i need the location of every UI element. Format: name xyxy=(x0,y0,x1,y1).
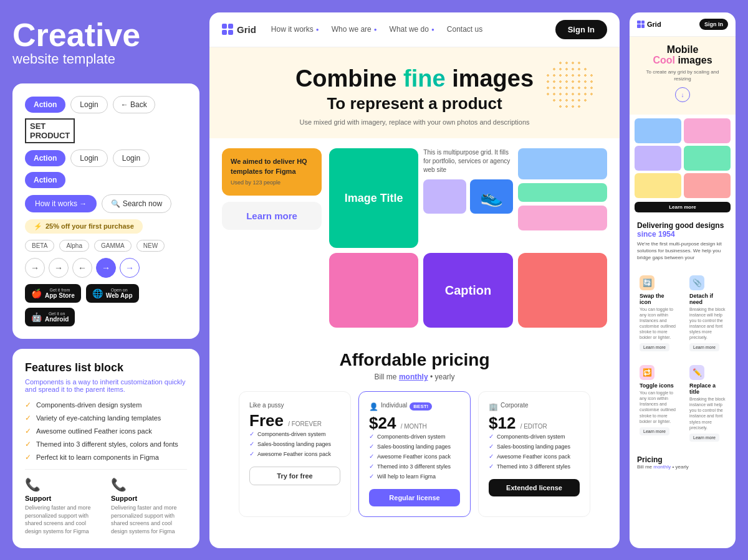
nav-links: How it works ● Who we are ● What we do ●… xyxy=(271,25,540,34)
grid-cell-pink xyxy=(329,253,418,328)
android-button[interactable]: 🤖 Get it on Android xyxy=(25,308,75,326)
feature-corp-text-1: Components-driven system xyxy=(497,434,565,440)
nav-label-2: Who we are xyxy=(332,25,372,34)
feature-ind-3: ✓ Awesome Feather icons pack xyxy=(369,453,460,460)
check-free-3: ✓ xyxy=(249,450,254,457)
nav-contact-us[interactable]: Contact us xyxy=(447,25,482,34)
ui-components-card: Action Login ← Back SETPRODUCT Action Lo… xyxy=(12,83,199,339)
hero-text: Creative website template xyxy=(12,12,199,74)
action-button-1[interactable]: Action xyxy=(25,97,65,113)
mobile-hero-cool: Cool images xyxy=(637,55,728,66)
grid-cell-caption: Caption xyxy=(423,253,512,328)
pricing-section: Affordable pricing Bill me monthly • yea… xyxy=(209,338,620,529)
mobile-learn-more-button[interactable]: Learn more xyxy=(635,202,731,212)
feature-text-3: Awesome outlined Feather icons pack xyxy=(36,427,152,435)
swap-title: Swap the icon xyxy=(640,293,676,305)
billing-yearly[interactable]: yearly xyxy=(434,373,454,381)
check-ind-5: ✓ xyxy=(369,473,374,480)
browser-hero-title: Combine fine images xyxy=(234,66,595,92)
login-button-3[interactable]: Login xyxy=(113,149,150,167)
mobile-cell-yellow xyxy=(635,173,681,198)
learn-more-card: Learn more xyxy=(222,202,322,230)
nav-dot-2: ● xyxy=(374,27,377,32)
check-corp-1: ✓ xyxy=(489,433,494,440)
best-badge: BEST! xyxy=(410,402,432,411)
tag-gamma: GAMMA xyxy=(94,240,132,252)
login-button-1[interactable]: Login xyxy=(70,96,107,113)
left-col: We aimed to deliver HQ templates for Fig… xyxy=(222,148,322,328)
nav-dot-3: ● xyxy=(431,27,434,32)
webapp-button[interactable]: 🌐 Open on Web App xyxy=(86,284,139,303)
arrow-left-1[interactable]: ← xyxy=(72,258,92,278)
feature-ind-text-1: Components-driven system xyxy=(377,434,446,440)
mf-card-detach: 📎 Detach if need Breaking the block inst… xyxy=(684,270,731,357)
mobile-logo-text: Grid xyxy=(647,21,661,28)
nav-who-we-are[interactable]: Who we are ● xyxy=(332,25,377,34)
individual-plan-button[interactable]: Regular license xyxy=(369,489,460,506)
browser-logo: Grid xyxy=(222,24,256,35)
arrow-right-2[interactable]: → xyxy=(49,258,69,278)
nav-arrows-row: → → ← → → xyxy=(25,258,187,278)
action-button-2[interactable]: Action xyxy=(25,150,65,166)
delivering-accent: since 1954 xyxy=(637,230,728,239)
yellow-card-sub: Used by 123 people xyxy=(231,179,313,187)
features-card: Features list block Components is a way … xyxy=(12,349,199,548)
feature-corp-2: ✓ Sales-boosting landing pages xyxy=(489,443,580,450)
feature-ind-1: ✓ Components-driven system xyxy=(369,433,460,440)
feature-free-text-1: Components-driven system xyxy=(257,431,326,437)
feature-text-1: Components-driven design system xyxy=(36,401,141,409)
replace-learn-btn[interactable]: Learn more xyxy=(689,434,719,442)
image-title-text: Image Title xyxy=(345,192,403,205)
feature-corp-1: ✓ Components-driven system xyxy=(489,433,580,440)
feature-corp-4: ✓ Themed into 3 different styles xyxy=(489,463,580,470)
price-free-period: / FOREVER xyxy=(288,420,322,427)
detach-learn-btn[interactable]: Learn more xyxy=(689,343,719,351)
learn-more-button[interactable]: Learn more xyxy=(246,211,297,221)
support-title-2: Support xyxy=(111,495,187,502)
mobile-signin-button[interactable]: Sign In xyxy=(699,19,728,30)
appstore-button[interactable]: 🍎 Get it from App Store xyxy=(25,284,81,303)
action-button-3[interactable]: Action xyxy=(25,172,65,188)
browser-navbar: Grid How it works ● Who we are ● What we… xyxy=(209,12,620,47)
support-desc-1: Delivering faster and more personalized … xyxy=(25,504,101,535)
arrow-right-purple-outline[interactable]: → xyxy=(120,258,140,278)
feature-ind-2: ✓ Sales-boosting landing pages xyxy=(369,443,460,450)
arrow-right-1[interactable]: → xyxy=(25,258,45,278)
delivering-title: Delivering good designs xyxy=(637,221,728,230)
nav-how-it-works[interactable]: How it works ● xyxy=(271,25,319,34)
search-button[interactable]: 🔍 Search now xyxy=(102,194,171,213)
sign-in-button[interactable]: Sign In xyxy=(555,20,607,39)
grid-info-text: This is multipurpose grid. It fills for … xyxy=(423,148,512,174)
ui-row-1: Action Login ← Back SETPRODUCT xyxy=(25,96,187,143)
nav-what-we-do[interactable]: What we do ● xyxy=(390,25,434,34)
detach-title: Detach if need xyxy=(689,293,726,305)
swap-learn-btn[interactable]: Learn more xyxy=(640,343,669,351)
check-ind-2: ✓ xyxy=(369,443,374,450)
feature-item-3: ✓ Awesome outlined Feather icons pack xyxy=(25,427,187,435)
yellow-card: We aimed to deliver HQ templates for Fig… xyxy=(222,148,322,195)
store-buttons-row: 🍎 Get it from App Store 🌐 Open on Web Ap… xyxy=(25,284,187,326)
arrow-right-purple[interactable]: → xyxy=(96,258,116,278)
mobile-pricing: Pricing Bill me monthly • yearly xyxy=(630,450,736,475)
back-button[interactable]: ← Back xyxy=(113,96,155,113)
mobile-circle-down[interactable]: ↓ xyxy=(675,87,690,102)
features-title: Features list block xyxy=(25,361,187,374)
grid-section: We aimed to deliver HQ templates for Fig… xyxy=(209,138,620,338)
how-it-works-button[interactable]: How it works → xyxy=(25,195,97,212)
feature-item-1: ✓ Components-driven design system xyxy=(25,401,187,409)
mobile-logo: Grid xyxy=(637,21,661,28)
feature-ind-text-4: Themed into 3 different styles xyxy=(377,463,451,470)
corporate-plan-button[interactable]: Extended license xyxy=(489,479,580,496)
price-individual-name: $24 xyxy=(369,414,396,432)
free-plan-button[interactable]: Try for free xyxy=(249,467,340,485)
check-icon-5: ✓ xyxy=(25,453,31,462)
replace-icon: ✏️ xyxy=(689,365,704,380)
toggle-learn-btn[interactable]: Learn more xyxy=(640,427,669,435)
pricing-cards: Like a pussy Free / FOREVER ✓ Components… xyxy=(234,391,595,517)
support-title-1: Support xyxy=(25,495,101,502)
mobile-grid-icon xyxy=(637,21,645,28)
tag-new: NEW xyxy=(137,240,165,252)
login-button-2[interactable]: Login xyxy=(70,149,107,167)
browser-hero-subtitle: To represent a product xyxy=(234,94,595,113)
billing-monthly[interactable]: monthly xyxy=(399,373,428,381)
